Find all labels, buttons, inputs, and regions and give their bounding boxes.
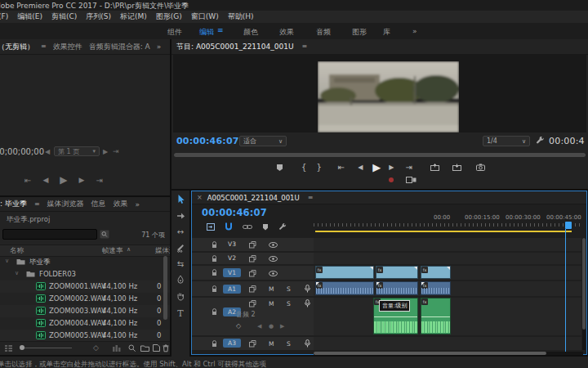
track-a3-content[interactable] <box>314 337 581 350</box>
track-v1-content[interactable]: fx A005C0002_2211 fx A005C000 fx A005C00 <box>314 266 581 280</box>
timeline-marker-icon[interactable] <box>262 223 269 231</box>
track-name[interactable]: 音频 2 <box>236 310 256 319</box>
new-bin-icon[interactable] <box>140 345 149 352</box>
voiceover-mic-icon[interactable] <box>305 285 310 293</box>
tab-media-browser[interactable]: 媒体浏览器 <box>47 199 84 209</box>
page-next-icon[interactable]: ▶ <box>103 148 108 155</box>
timeline-settings-icon[interactable] <box>278 223 287 231</box>
track-a1-content[interactable]: fx fx fx <box>314 281 581 296</box>
track-label[interactable]: V3 <box>223 240 241 249</box>
solo-track-button[interactable]: S <box>287 340 291 348</box>
page-prev-icon[interactable]: ◀ <box>45 148 50 155</box>
project-panel-menu-icon[interactable]: ≡ <box>34 201 40 208</box>
slip-tool-icon[interactable]: ⇆ <box>177 260 184 268</box>
menu-file[interactable]: 文件(F) <box>0 11 8 22</box>
export-frame-icon[interactable] <box>476 164 485 171</box>
track-label[interactable]: A1 <box>223 285 241 294</box>
sync-lock-icon[interactable] <box>249 300 256 307</box>
table-row[interactable]: ∨ FOLDER03 <box>0 268 170 280</box>
track-header-v1[interactable]: V1 <box>192 266 314 280</box>
razor-tool-icon[interactable] <box>176 244 185 253</box>
pen-tool-icon[interactable] <box>177 276 184 285</box>
lock-icon[interactable] <box>212 241 217 249</box>
audio-clip[interactable]: fx <box>376 281 418 295</box>
sort-ascending-icon[interactable]: ∧ <box>127 246 131 253</box>
readonly-icon[interactable]: ◇ <box>93 343 99 352</box>
timeline-ruler[interactable]: 00:00 00:00:15:00 00:00:30:00 00:00:45:0… <box>314 212 583 233</box>
expand-icon[interactable]: ∨ <box>5 258 9 264</box>
timeline-panel-menu-icon[interactable]: ≡ <box>308 195 314 201</box>
automate-to-sequence-icon[interactable] <box>113 345 121 352</box>
next-keyframe-icon[interactable]: ▶ <box>280 323 284 330</box>
track-label[interactable]: A3 <box>223 339 241 348</box>
program-zoom-scrollbar[interactable] <box>174 153 586 157</box>
program-panel-menu-icon[interactable]: ≡ <box>302 43 308 50</box>
menu-help[interactable]: 帮助(H) <box>228 11 254 22</box>
track-header-a1[interactable]: A1 M S <box>192 281 314 296</box>
workspace-overflow-icon[interactable]: » <box>412 27 417 35</box>
lift-icon[interactable] <box>430 164 439 171</box>
track-header-v2[interactable]: V2 <box>192 253 314 264</box>
table-row[interactable]: ZOOM0005.WAV 44,100 Hz 0 <box>0 330 170 342</box>
menu-window[interactable]: 窗口(W) <box>191 11 219 22</box>
sync-lock-icon[interactable] <box>249 255 256 263</box>
track-v2-content[interactable] <box>314 253 581 264</box>
search-bin-icon[interactable] <box>100 230 109 239</box>
toggle-track-output-icon[interactable] <box>269 271 278 276</box>
solo-track-button[interactable]: S <box>287 300 291 307</box>
lock-icon[interactable] <box>212 285 217 293</box>
program-timecode[interactable]: 00:00:46:07 <box>176 136 239 146</box>
project-vertical-scrollbar[interactable] <box>163 256 167 320</box>
comparison-view-icon[interactable] <box>406 177 416 183</box>
source-step-forward-icon[interactable]: ▶ <box>79 176 85 184</box>
workspace-tab-graphics[interactable]: 图形 <box>352 27 367 38</box>
workspace-tab-color[interactable]: 颜色 <box>243 27 258 38</box>
source-step-back-icon[interactable]: ◀ <box>42 176 48 184</box>
audio-clip[interactable]: fx <box>315 281 374 295</box>
timeline-hscrollbar[interactable] <box>314 352 546 355</box>
menu-edit[interactable]: 编辑(E) <box>17 11 42 22</box>
resolution-dropdown[interactable]: 1/4 ∨ <box>483 136 530 146</box>
selection-tool-icon[interactable] <box>176 195 185 204</box>
close-sequence-icon[interactable]: × <box>197 194 203 201</box>
mute-track-button[interactable]: M <box>269 340 274 348</box>
workspace-tab-editing[interactable]: 编辑 <box>199 27 214 38</box>
track-select-forward-tool-icon[interactable] <box>176 212 185 221</box>
video-clip[interactable]: fx A005C000 <box>376 266 418 279</box>
video-clip[interactable]: fx A005C0002_2211 <box>315 266 374 279</box>
insert-as-nest-icon[interactable] <box>207 223 215 231</box>
track-header-a2[interactable]: M S A2 音频 2 ◇ ◀ ● ▶ <box>192 298 314 335</box>
extract-icon[interactable] <box>452 164 461 171</box>
workspace-tab-libraries[interactable]: 库 <box>383 27 390 38</box>
video-clip[interactable]: fx A005C00 <box>421 266 451 279</box>
mute-track-button[interactable]: M <box>269 285 274 293</box>
track-header-v3[interactable]: V3 <box>192 238 314 251</box>
timeline-vscrollbar[interactable] <box>582 238 586 330</box>
page-selector[interactable]: 第 1 页 ▾ <box>54 146 100 156</box>
volume-rubber-band[interactable] <box>421 316 450 317</box>
show-keyframes-icon[interactable]: ◇ <box>236 322 241 330</box>
source-go-out-icon[interactable]: ⇥ <box>96 176 102 185</box>
workspace-tab-audio[interactable]: 音频 <box>316 27 331 38</box>
track-label[interactable]: V2 <box>223 254 241 263</box>
playhead-line[interactable] <box>565 229 566 352</box>
record-icon[interactable] <box>389 177 394 182</box>
sync-lock-icon[interactable] <box>249 241 256 249</box>
panel-menu-icon[interactable]: ≡ <box>41 43 47 50</box>
project-overflow-icon[interactable]: » <box>136 200 140 209</box>
find-icon[interactable] <box>128 344 136 352</box>
add-keyframe-icon[interactable]: ● <box>269 323 274 330</box>
menu-clip[interactable]: 剪辑(C) <box>51 11 77 22</box>
audio-clip-green[interactable]: fx <box>421 298 451 334</box>
go-to-out-icon[interactable]: ⇥ <box>405 163 412 172</box>
source-play-icon[interactable]: ▶ <box>60 174 67 186</box>
tab-effect-controls[interactable]: 效果控件 <box>53 42 82 52</box>
lock-icon[interactable] <box>212 255 217 263</box>
settings-wrench-icon[interactable] <box>536 137 545 146</box>
snap-icon[interactable] <box>225 222 233 231</box>
source-overflow-icon[interactable]: » <box>157 43 162 51</box>
volume-rubber-band[interactable] <box>374 316 417 317</box>
delete-icon[interactable] <box>163 344 169 352</box>
lock-icon[interactable] <box>212 308 217 316</box>
step-forward-icon[interactable]: ▶ <box>389 164 394 171</box>
